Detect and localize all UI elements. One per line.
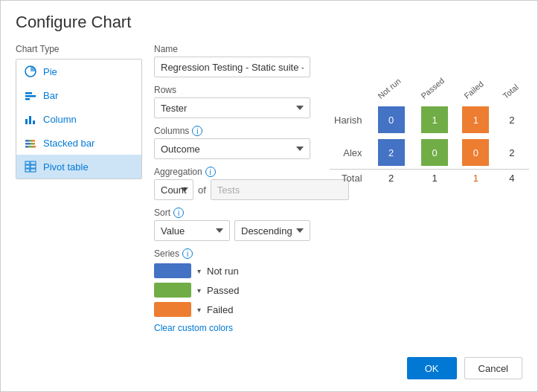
table-row-total: Total 2 1 1 4 [330,170,529,187]
sort-value-select[interactable]: Value [154,220,230,241]
cancel-button[interactable]: Cancel [464,357,522,379]
sort-label: Sort i [154,208,310,218]
cell-alex-total: 2 [495,136,528,170]
sort-row: Value Descending [154,220,310,241]
aggregation-row: Count of [154,179,310,200]
rows-label: Rows [154,85,310,95]
series-info-icon[interactable]: i [182,248,193,259]
series-chevron-passed[interactable]: ▾ [197,286,201,295]
col-header-total: Total [495,44,528,103]
svg-rect-10 [25,143,31,145]
series-item-not-run: ▾ Not run [154,263,310,278]
empty-corner [330,44,370,103]
svg-rect-15 [33,146,36,148]
chart-type-bar[interactable]: Bar [16,83,141,107]
chart-type-pie[interactable]: Pie [16,60,141,83]
aggregation-field-group: Aggregation i Count of [154,167,310,200]
chart-type-column[interactable]: Column [16,107,141,131]
columns-field-group: Columns i Outcome [154,126,310,159]
chart-type-stacked-bar-label: Stacked bar [43,138,95,149]
pie-icon [24,65,37,78]
series-label-not-run: Not run [207,266,239,277]
config-panel: Name Rows Tester Columns i Outcome [154,44,310,347]
cell-harish-passed: 1 [413,103,457,136]
total-passed: 1 [413,170,457,187]
ok-button[interactable]: OK [407,357,457,379]
cell-harish-not-run: 0 [370,103,413,136]
total-failed: 1 [456,170,495,187]
columns-label: Columns i [154,126,310,136]
cell-value-alex-failed: 0 [462,139,489,166]
row-label-harish: Harish [330,103,370,136]
svg-rect-19 [31,165,36,168]
svg-rect-14 [28,146,33,148]
name-label: Name [154,44,310,54]
chart-type-pivot-label: Pivot table [43,161,89,173]
chart-type-panel: Chart Type Pie [16,44,142,347]
aggregation-select[interactable]: Count [154,179,193,200]
chart-type-bar-label: Bar [43,90,58,101]
series-item-failed: ▾ Failed [154,302,310,317]
pivot-table-icon [24,160,37,173]
svg-rect-20 [25,169,30,172]
chart-type-column-label: Column [43,114,77,125]
chart-type-label: Chart Type [16,44,142,54]
series-label-passed: Passed [207,285,239,296]
chart-type-stacked-bar[interactable]: Stacked bar [16,131,141,155]
svg-rect-7 [25,140,29,142]
svg-rect-5 [29,116,31,124]
name-input[interactable] [154,57,310,77]
cell-value-alex-not-run: 2 [378,139,405,166]
svg-rect-8 [29,140,32,142]
cell-value-harish-failed: 1 [462,106,489,133]
row-label-alex: Alex [330,136,370,170]
dialog-footer: OK Cancel [16,357,522,379]
sort-info-icon[interactable]: i [173,208,184,218]
cell-harish-failed: 1 [456,103,495,136]
col-header-passed: Passed [413,44,457,103]
name-field-group: Name [154,44,310,77]
columns-info-icon[interactable]: i [192,126,202,136]
cell-alex-failed: 0 [456,136,495,170]
pivot-table: Not run Passed Failed Total [330,44,529,187]
configure-chart-dialog: Configure Chart Chart Type Pie [0,0,538,392]
aggregation-label: Aggregation i [154,167,310,177]
stacked-bar-icon [24,136,37,150]
series-chevron-failed[interactable]: ▾ [197,306,201,314]
total-not-run: 2 [370,170,413,187]
cell-value-harish-not-run: 0 [378,106,405,133]
svg-rect-3 [25,98,30,100]
svg-rect-17 [31,161,36,164]
series-color-passed [154,283,191,298]
svg-rect-4 [25,119,28,124]
series-chevron-not-run[interactable]: ▾ [197,267,201,275]
aggregation-info-icon[interactable]: i [205,167,216,177]
svg-rect-2 [25,95,36,97]
cell-value-alex-passed: 0 [421,139,448,166]
cell-value-harish-passed: 1 [421,106,448,133]
svg-rect-9 [32,140,35,142]
svg-rect-1 [25,92,32,94]
sort-field-group: Sort i Value Descending [154,208,310,241]
series-item-passed: ▾ Passed [154,283,310,298]
svg-rect-12 [33,143,35,145]
col-header-failed: Failed [456,44,495,103]
clear-custom-colors-link[interactable]: Clear custom colors [154,323,310,333]
bar-icon [24,89,37,102]
total-grand: 4 [495,170,528,187]
chart-type-pivot-table[interactable]: Pivot table [16,155,141,179]
series-label-failed: Failed [207,304,233,315]
totals-label: Total [330,170,370,187]
columns-select[interactable]: Outcome [154,138,310,159]
of-label: of [198,184,206,196]
sort-dir-select[interactable]: Descending [234,220,310,241]
svg-rect-13 [25,146,28,148]
series-color-not-run [154,263,191,278]
rows-field-group: Rows Tester [154,85,310,118]
col-header-not-run: Not run [370,44,413,103]
cell-alex-not-run: 2 [370,136,413,170]
series-label: Series i [154,248,310,259]
svg-rect-11 [31,143,33,145]
rows-select[interactable]: Tester [154,97,310,118]
svg-rect-6 [33,121,35,124]
